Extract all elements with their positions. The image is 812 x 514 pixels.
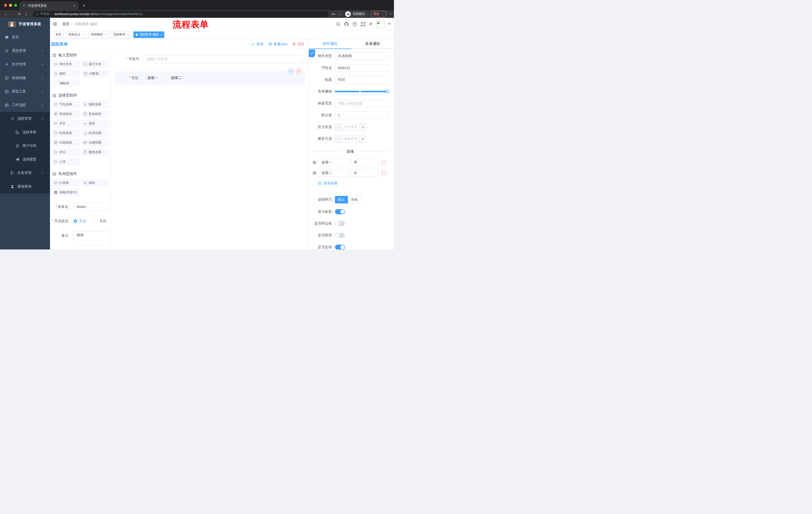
browser-update-button[interactable]: 更新 ⋮	[371, 11, 387, 17]
checkbox-icon[interactable]	[142, 76, 145, 80]
title-input[interactable]	[335, 76, 389, 83]
sidebar-item-payment[interactable]: ¥ 支付管理	[0, 58, 50, 71]
sidebar-item-process-mgmt[interactable]: 流程管理	[0, 112, 50, 126]
remove-option-button[interactable]: −	[381, 171, 386, 175]
home-icon[interactable]: ⌂	[23, 12, 30, 16]
border-toggle[interactable]	[335, 221, 345, 226]
fullscreen-icon[interactable]	[361, 22, 365, 26]
add-option-button[interactable]: 添加选项	[318, 181, 389, 186]
checkbox-option-1[interactable]: 选项一	[142, 76, 158, 80]
clear-button[interactable]: 清空	[292, 42, 304, 47]
palette-item-cascade[interactable]: 级联选择	[81, 101, 109, 108]
palette-item-time-range[interactable]: 时间范围	[81, 129, 109, 137]
radio-off[interactable]	[94, 219, 97, 223]
tag-close-icon[interactable]: ×	[160, 33, 162, 36]
option-value-input[interactable]	[351, 169, 378, 177]
palette-item-table[interactable]: 表格[开发中]	[52, 189, 80, 196]
palette-item-select[interactable]: 下拉选择	[52, 101, 80, 108]
palette-item-date-range[interactable]: 日期范围	[81, 139, 109, 146]
sidebar-item-leave-query[interactable]: 请假查询	[0, 180, 50, 193]
default-value-input[interactable]	[335, 111, 389, 119]
required-toggle[interactable]	[335, 245, 345, 249]
disabled-toggle[interactable]	[335, 233, 345, 238]
form-grid-slider[interactable]	[335, 91, 387, 92]
tag-process-model[interactable]: 流程模型 ×	[88, 31, 108, 38]
drag-handle-icon[interactable]	[312, 171, 317, 175]
form-name-input[interactable]	[74, 203, 109, 211]
tag-home[interactable]: 首页	[53, 31, 63, 38]
palette-item-time-picker[interactable]: 时间选择	[52, 129, 80, 137]
sidebar-item-devtools[interactable]: 研发工具	[0, 85, 50, 98]
radio-on[interactable]	[74, 219, 77, 223]
sidebar-item-user-group[interactable]: 用户分组	[0, 139, 50, 153]
palette-item-slider[interactable]: 滑块	[81, 120, 109, 127]
sidebar-item-system[interactable]: 系统管理	[0, 44, 50, 58]
palette-item-checkbox-group[interactable]: 多选框组	[81, 110, 109, 118]
style-default-button[interactable]: 默认	[335, 196, 348, 204]
stepper-minus-button[interactable]: −	[335, 135, 343, 142]
palette-item-date-picker[interactable]: 日期选择	[52, 139, 80, 146]
palette-item-password[interactable]: 密码	[52, 70, 80, 77]
remark-textarea[interactable]: 嘿嘿	[74, 231, 109, 245]
caret-down-icon[interactable]	[388, 23, 391, 26]
stepper-value[interactable]: 至少应选	[343, 124, 359, 131]
tag-process-form[interactable]: 流程表单 ×	[111, 31, 131, 38]
duplicate-component-button[interactable]	[288, 68, 294, 74]
phone-input[interactable]	[143, 55, 303, 63]
window-zoom-button[interactable]	[14, 4, 17, 7]
stepper-plus-button[interactable]: +	[359, 124, 366, 131]
label-width-input[interactable]	[335, 100, 389, 107]
window-minimize-button[interactable]	[9, 4, 12, 7]
palette-item-single-text[interactable]: 单行文本	[52, 60, 80, 68]
url-bar[interactable]: ⚠ 不安全 dashboard.yudao.iocoder.cn/bpm/man…	[33, 11, 329, 17]
tag-process-form-edit[interactable]: 流程表单-编辑 ×	[134, 31, 164, 38]
sidebar-fold-icon[interactable]	[52, 22, 57, 26]
canvas-field-phone[interactable]: 手机号	[112, 55, 309, 63]
tag-close-icon[interactable]: ×	[82, 33, 84, 36]
canvas-field-gender-selected[interactable]: 性别 选项一 选项二	[114, 71, 305, 85]
stepper-minus-button[interactable]: −	[335, 124, 343, 131]
radio-off-label[interactable]: 关闭	[99, 217, 106, 225]
palette-item-multi-text[interactable]: 多行文本	[81, 60, 109, 68]
tag-close-icon[interactable]: ×	[105, 33, 106, 36]
sidebar-item-workflow[interactable]: 工作流程	[0, 98, 50, 112]
sidebar-item-home[interactable]: 首页	[0, 30, 50, 44]
tag-close-icon[interactable]: ×	[127, 33, 128, 36]
browser-menu-dots-icon[interactable]: ⋮	[381, 12, 384, 16]
tab-close-icon[interactable]: ×	[74, 4, 76, 8]
radio-on-label[interactable]: 开启	[79, 217, 86, 225]
palette-item-editor[interactable]: 编辑器	[52, 79, 80, 87]
stepper-value[interactable]: 最多可选	[343, 135, 359, 142]
palette-item-switch[interactable]: 开关	[52, 120, 80, 127]
palette-item-radio-group[interactable]: 单选框组	[52, 110, 80, 118]
tag-process-definition[interactable]: 流程定义 ×	[66, 31, 86, 38]
tab-form-props[interactable]: 表单属性	[351, 39, 394, 49]
github-icon[interactable]	[344, 22, 349, 26]
sidebar-item-process-form[interactable]: 流程表单	[0, 126, 50, 139]
palette-item-rate[interactable]: 评分	[52, 148, 80, 156]
remove-option-button[interactable]: −	[381, 160, 386, 165]
search-icon[interactable]	[336, 22, 341, 26]
sidebar-item-infra[interactable]: 基础设施	[0, 71, 50, 85]
view-json-button[interactable]: 查看json	[268, 42, 287, 47]
window-close-button[interactable]	[4, 4, 7, 7]
option-name-input[interactable]	[318, 169, 349, 177]
option-name-input[interactable]	[318, 159, 349, 166]
palette-item-counter[interactable]: 123计数器	[81, 70, 109, 77]
browser-tab[interactable]: 芋道管理系统 ×	[19, 1, 78, 10]
breadcrumb-home[interactable]: 首页	[62, 22, 69, 26]
reload-icon[interactable]: ↻	[16, 12, 23, 16]
form-canvas[interactable]: 手机号 性别	[112, 49, 309, 249]
avatar[interactable]	[376, 20, 384, 28]
palette-item-color-picker[interactable]: 颜色选择	[81, 148, 109, 156]
slider-handle[interactable]	[386, 90, 389, 93]
forward-icon[interactable]: →	[9, 12, 16, 16]
tab-component-props[interactable]: 组件属性	[309, 39, 351, 49]
sidebar-item-process-model[interactable]: 流程模型	[0, 153, 50, 166]
show-label-toggle[interactable]	[335, 209, 345, 214]
component-type-select[interactable]	[335, 52, 389, 60]
option-value-input[interactable]	[351, 159, 378, 166]
checkbox-icon[interactable]	[165, 76, 169, 80]
link-drawer-tab[interactable]	[309, 50, 315, 57]
sidebar-item-task-mgmt[interactable]: 任务管理	[0, 166, 50, 180]
